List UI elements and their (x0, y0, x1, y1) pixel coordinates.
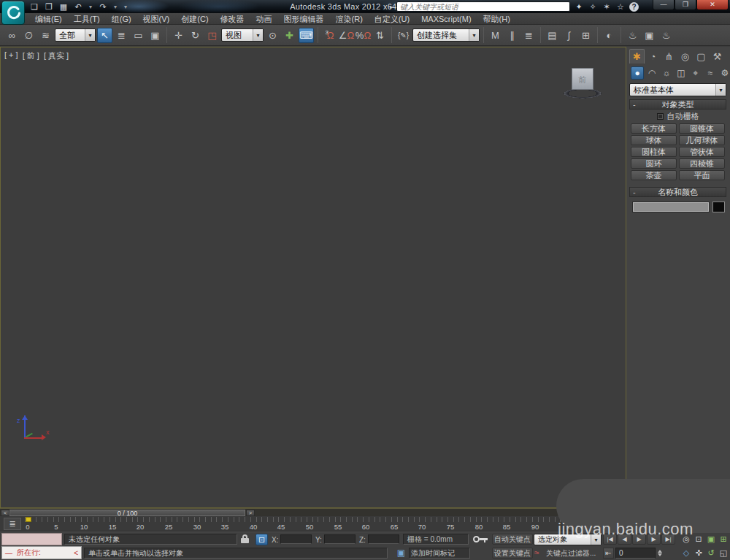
viewport-front[interactable]: [ + ] [ 前 ] [ 真实 ] 前 x z (0, 47, 626, 508)
select-object-button[interactable]: ↖ (97, 28, 112, 43)
set-key-button[interactable]: 设置关键点 (492, 548, 533, 559)
maximize-viewport-toggle-button[interactable]: ◱ (718, 548, 729, 559)
subscription-icon[interactable]: ✧ (588, 2, 598, 12)
select-and-rotate-button[interactable]: ↻ (188, 28, 203, 43)
zoom-extents-button[interactable]: ▣ (705, 534, 717, 545)
plane-button[interactable]: 平面 (679, 170, 725, 180)
current-frame-marker[interactable] (26, 517, 31, 522)
mirror-button[interactable]: M (488, 28, 503, 43)
maxscript-macro-recorder[interactable] (1, 533, 62, 545)
sphere-button[interactable]: 球体 (631, 135, 677, 145)
spinner-snap-toggle-button[interactable]: ⇅ (372, 28, 388, 43)
zoom-extents-all-button[interactable]: ⊞ (718, 534, 729, 545)
cylinder-button[interactable]: 圆柱体 (631, 147, 677, 157)
set-keys-icon[interactable]: ≈ (534, 548, 539, 558)
material-editor-button[interactable]: ◐ (602, 28, 617, 43)
menu-rendering[interactable]: 渲染(R) (330, 13, 369, 25)
help-icon[interactable]: ? (629, 2, 639, 12)
absolute-mode-toggle-button[interactable]: ⊡ (256, 534, 268, 545)
menu-group[interactable]: 组(G) (106, 13, 137, 25)
viewport-pov-menu[interactable]: [ 前 ] (23, 50, 39, 61)
menu-edit[interactable]: 编辑(E) (29, 13, 68, 25)
menu-help[interactable]: 帮助(H) (477, 13, 516, 25)
object-color-swatch[interactable] (712, 202, 725, 212)
viewcube[interactable]: 前 (557, 68, 608, 103)
auto-key-button[interactable]: 自动关键点 (492, 534, 533, 545)
render-setup-button[interactable]: ♨ (625, 28, 640, 43)
time-slider-track[interactable]: < 0 / 100 > (0, 508, 626, 516)
select-by-name-button[interactable]: ≣ (114, 28, 129, 43)
keyboard-shortcut-override-button[interactable]: ⌨ (299, 28, 314, 43)
curve-editor-button[interactable]: ∫ (561, 28, 577, 43)
bind-to-space-warp-button[interactable]: ≋ (38, 28, 53, 43)
menu-animation[interactable]: 动画 (250, 13, 278, 25)
select-and-move-button[interactable]: ✛ (171, 28, 186, 43)
render-production-button[interactable]: ♨ (658, 28, 674, 43)
listener-arrow[interactable]: < (74, 549, 78, 557)
snaps-toggle-button[interactable]: 3Ω (322, 28, 337, 43)
add-time-tag-button[interactable]: 添加时间标记 (409, 548, 470, 559)
menu-modifiers[interactable]: 修改器 (215, 13, 250, 25)
graphite-modeling-tools-button[interactable]: ▤ (545, 28, 560, 43)
category-lights[interactable]: ☼ (660, 66, 673, 80)
reference-coordinate-system-dropdown[interactable]: 视图▾ (221, 28, 264, 42)
infocenter-search-input[interactable] (396, 1, 570, 12)
viewport-general-menu[interactable]: [ + ] (4, 50, 18, 61)
key-filters-button[interactable]: 关键点过滤器... (546, 548, 603, 559)
torus-button[interactable]: 圆环 (631, 158, 677, 169)
object-name-input[interactable] (632, 202, 710, 212)
selection-lock-icon[interactable] (241, 534, 250, 544)
layer-manager-button[interactable]: ≣ (521, 28, 537, 43)
close-button[interactable]: ✕ (696, 0, 729, 10)
teapot-button[interactable]: 茶壶 (631, 170, 677, 180)
box-button[interactable]: 长方体 (631, 123, 677, 134)
time-slider-handle[interactable]: 0 / 100 (9, 510, 245, 516)
menu-maxscript[interactable]: MAXScript(M) (415, 13, 477, 25)
maxscript-mini-listener[interactable]: — 所在行: < (1, 546, 82, 559)
schematic-view-button[interactable]: ⊞ (578, 28, 593, 43)
select-and-scale-button[interactable]: ◳ (204, 28, 220, 43)
frame-spinner[interactable] (656, 548, 663, 559)
menu-customize[interactable]: 自定义(U) (369, 13, 415, 25)
field-of-view-button[interactable]: ◇ (680, 548, 692, 559)
tab-modify[interactable]: ◔ (645, 49, 661, 64)
minimize-button[interactable]: — (653, 0, 675, 10)
selection-filter-dropdown[interactable]: 全部▾ (55, 28, 96, 42)
menu-create[interactable]: 创建(C) (175, 13, 214, 25)
object-type-rollout-header[interactable]: - 对象类型 (629, 99, 726, 110)
category-cameras[interactable]: ◫ (675, 66, 688, 80)
pan-view-button[interactable]: ✜ (693, 548, 704, 559)
primitive-category-dropdown[interactable]: 标准基本体▾ (629, 83, 726, 96)
menu-tools[interactable]: 工具(T) (68, 13, 106, 25)
autogrid-checkbox[interactable] (657, 113, 664, 120)
favorites-icon[interactable]: ☆ (615, 2, 626, 12)
angle-snap-toggle-button[interactable]: ∠Ω (339, 28, 354, 43)
rectangular-selection-region-button[interactable]: ▭ (131, 28, 146, 43)
category-geometry[interactable]: ● (631, 66, 644, 80)
select-and-link-button[interactable]: ∞ (4, 28, 20, 43)
geosphere-button[interactable]: 几何球体 (679, 135, 725, 145)
use-pivot-point-center-button[interactable]: ⊙ (265, 28, 280, 43)
name-color-rollout-header[interactable]: - 名称和颜色 (629, 187, 726, 197)
next-frame-arrow[interactable]: > (246, 510, 255, 516)
tab-utilities[interactable]: ⚒ (710, 49, 725, 64)
category-helpers[interactable]: ⌖ (689, 66, 702, 80)
menu-graph-editors[interactable]: 图形编辑器 (278, 13, 330, 25)
edit-named-selection-sets-button[interactable]: {✎} (396, 28, 411, 43)
zoom-all-button[interactable]: ⊡ (693, 534, 704, 545)
z-coordinate-field[interactable] (368, 534, 399, 544)
unlink-selection-button[interactable]: ∅ (21, 28, 36, 43)
viewport-shading-menu[interactable]: [ 真实 ] (44, 50, 69, 61)
category-systems[interactable]: ⚙ (718, 66, 730, 80)
select-and-manipulate-button[interactable]: ✚ (282, 28, 297, 43)
search-icon[interactable]: ✦ (574, 2, 584, 12)
named-selection-sets-dropdown[interactable]: 创建选择集▾ (412, 28, 480, 42)
tab-create[interactable]: ✱ (629, 49, 645, 64)
category-space-warps[interactable]: ≈ (704, 66, 717, 80)
pyramid-button[interactable]: 四棱锥 (679, 158, 725, 169)
window-crossing-toggle-button[interactable]: ▣ (147, 28, 163, 43)
tab-display[interactable]: ▢ (694, 49, 709, 64)
communication-center-icon[interactable]: ✶ (602, 2, 612, 12)
y-coordinate-field[interactable] (324, 534, 356, 544)
menu-views[interactable]: 视图(V) (137, 13, 176, 25)
